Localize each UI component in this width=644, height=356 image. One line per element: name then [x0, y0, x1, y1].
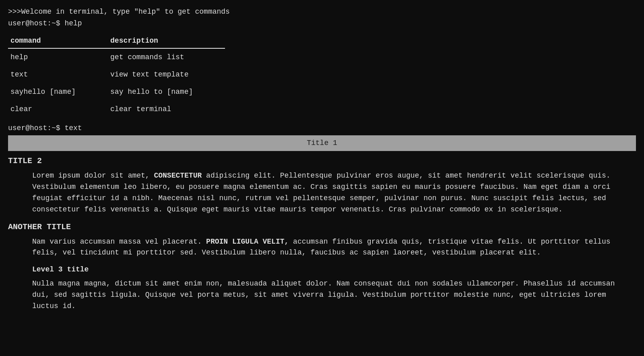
command-sayhello: sayhello [name] — [8, 83, 108, 101]
paragraph3: Nulla magna magna, dictum sit amet enim … — [32, 278, 636, 312]
col-command-header: command — [8, 34, 108, 48]
desc-sayhello: say hello to [name] — [108, 83, 225, 101]
prompt-help: user@host:~$ help — [8, 18, 636, 29]
title1-bar: Title 1 — [8, 135, 636, 151]
paragraph2-bold: PROIN LIGULA VELIT, — [206, 238, 289, 246]
desc-text: view text template — [108, 66, 225, 83]
another-title-heading: ANOTHER TITLE — [8, 221, 636, 233]
desc-help: get commands list — [108, 48, 225, 66]
prompt-text: user@host:~$ text — [8, 123, 636, 134]
table-row: help get commands list — [8, 48, 225, 66]
command-clear: clear — [8, 101, 108, 118]
table-row: sayhello [name] say hello to [name] — [8, 83, 225, 101]
title2-heading: TITLE 2 — [8, 155, 636, 167]
paragraph1-bold: CONSECTETUR — [154, 172, 202, 180]
paragraph2: Nam varius accumsan massa vel placerat. … — [32, 236, 636, 259]
text-template-output: Title 1 TITLE 2 Lorem ipsum dolor sit am… — [8, 135, 636, 312]
help-table: command description help get commands li… — [8, 34, 225, 118]
paragraph2-pre: Nam varius accumsan massa vel placerat. — [32, 238, 206, 246]
table-row: clear clear terminal — [8, 101, 225, 118]
level3-title: Level 3 title — [32, 264, 636, 275]
paragraph1-pre: Lorem ipsum dolor sit amet, — [32, 172, 154, 180]
desc-clear: clear terminal — [108, 101, 225, 118]
paragraph1: Lorem ipsum dolor sit amet, CONSECTETUR … — [32, 170, 636, 215]
welcome-line: >>>Welcome in terminal, type "help" to g… — [8, 6, 636, 17]
command-help: help — [8, 48, 108, 66]
table-row: text view text template — [8, 66, 225, 83]
command-text: text — [8, 66, 108, 83]
col-description-header: description — [108, 34, 225, 48]
